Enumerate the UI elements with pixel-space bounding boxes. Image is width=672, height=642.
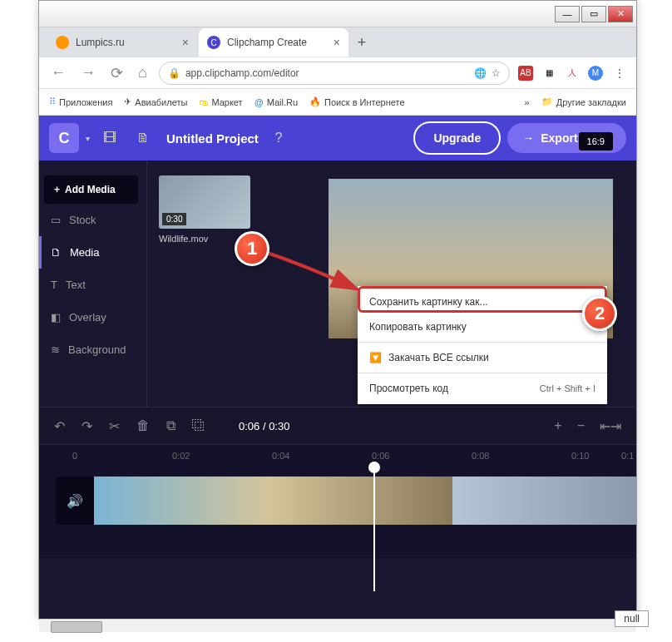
bookmark-avia[interactable]: ✈Авиабилеты [124, 96, 187, 107]
null-badge: null [615, 610, 649, 627]
tab-label: Clipchamp Create [227, 37, 307, 48]
zoom-in-button[interactable]: + [554, 418, 561, 434]
timeline-tracks[interactable]: 🔊 [39, 467, 636, 558]
context-menu: Сохранить картинку как... Копировать кар… [358, 286, 607, 404]
minimize-button[interactable]: — [555, 6, 580, 22]
separator [358, 373, 607, 373]
text-icon: T [51, 279, 57, 291]
close-window-button[interactable]: ✕ [608, 6, 633, 22]
upgrade-button[interactable]: Upgrade [413, 121, 501, 155]
lock-icon: 🔒 [168, 67, 180, 79]
download-icon: 🔽 [369, 352, 382, 363]
sidebar-text[interactable]: TText [44, 269, 138, 301]
window-titlebar: — ▭ ✕ [39, 1, 636, 27]
forward-button[interactable]: → [77, 61, 99, 85]
tab-clipchamp[interactable]: C Clipchamp Create × [199, 28, 348, 57]
time-display: 0:06 / 0:30 [239, 420, 289, 432]
ctx-copy-image[interactable]: Копировать картинку [358, 314, 607, 339]
url-text: app.clipchamp.com/editor [185, 67, 299, 79]
favicon-icon: C [207, 36, 220, 49]
ctx-download-all[interactable]: 🔽Закачать ВСЕ ссылки [358, 345, 607, 370]
media-icon: 🗋 [51, 246, 62, 259]
app-logo[interactable]: C [49, 123, 79, 153]
copy-button[interactable]: ⧉ [166, 418, 175, 433]
help-icon[interactable]: ? [265, 125, 292, 151]
undo-button[interactable]: ↶ [54, 418, 65, 434]
bookmark-mailru[interactable]: @Mail.Ru [254, 97, 298, 107]
horizontal-scrollbar[interactable] [39, 619, 636, 632]
project-title[interactable]: Untitled Project [166, 131, 259, 146]
file-icon[interactable]: 🗎 [130, 125, 156, 151]
video-clip[interactable]: 🔊 [56, 477, 636, 525]
back-button[interactable]: ← [47, 61, 69, 85]
new-tab-button[interactable]: + [350, 31, 373, 54]
sidebar: + Add Media ▭Stock 🗋Media TText ◧Overlay… [39, 160, 147, 407]
address-bar[interactable]: 🔒 app.clipchamp.com/editor 🌐 ☆ [159, 62, 510, 85]
tab-label: Lumpics.ru [76, 37, 125, 48]
extension-icon[interactable]: ▦ [541, 66, 556, 81]
ctx-save-image[interactable]: Сохранить картинку как... [358, 289, 607, 314]
profile-avatar[interactable]: M [588, 66, 603, 81]
media-panel: 0:30 Wildlife.mov [147, 160, 262, 407]
home-button[interactable]: ⌂ [135, 61, 151, 85]
video-icon[interactable]: 🎞 [96, 125, 123, 151]
bookmarks-bar: ⠿Приложения ✈Авиабилеты 🛍Маркет @Mail.Ru… [39, 89, 636, 116]
split-button[interactable]: ✂ [109, 418, 120, 434]
aspect-ratio-badge[interactable]: 16:9 [579, 132, 613, 151]
maximize-button[interactable]: ▭ [581, 6, 606, 22]
adblock-icon[interactable]: AB [518, 66, 533, 81]
sidebar-stock[interactable]: ▭Stock [44, 204, 138, 236]
sidebar-overlay[interactable]: ◧Overlay [44, 301, 138, 333]
add-media-button[interactable]: + Add Media [44, 175, 138, 204]
overlay-icon: ◧ [51, 311, 61, 323]
stock-icon: ▭ [51, 214, 61, 226]
star-icon[interactable]: ☆ [492, 67, 501, 79]
tab-close-icon[interactable]: × [182, 36, 189, 49]
reload-button[interactable]: ⟳ [107, 61, 126, 86]
ctx-inspect[interactable]: Просмотреть код Ctrl + Shift + I [358, 376, 607, 401]
redo-button[interactable]: ↷ [82, 418, 92, 434]
bookmark-search[interactable]: 🔥Поиск в Интернете [309, 96, 404, 107]
timeline-toolbar: ↶ ↷ ✂ 🗑 ⧉ ⿻ 0:06 / 0:30 + − ⇤⇥ [39, 407, 636, 445]
sidebar-media[interactable]: 🗋Media [39, 236, 138, 269]
playhead[interactable] [373, 467, 375, 591]
browser-tabbar: Lumpics.ru × C Clipchamp Create × + [39, 27, 636, 57]
pdf-icon[interactable]: 人 [565, 66, 580, 81]
apps-bookmark[interactable]: ⠿Приложения [49, 96, 112, 107]
delete-button[interactable]: 🗑 [136, 418, 150, 433]
app-header: C ▾ 🎞 🗎 Untitled Project ? Upgrade → Exp… [39, 116, 636, 160]
bookmark-market[interactable]: 🛍Маркет [199, 97, 242, 107]
translate-icon[interactable]: 🌐 [474, 67, 487, 79]
thumbnail-duration: 0:30 [162, 213, 186, 225]
sidebar-background[interactable]: ≋Background [44, 333, 138, 366]
menu-icon[interactable]: ⋮ [611, 67, 628, 80]
zoom-out-button[interactable]: − [577, 418, 585, 434]
plus-icon: + [54, 184, 60, 195]
fit-button[interactable]: ⇤⇥ [600, 418, 621, 434]
background-icon: ≋ [51, 343, 60, 356]
timeline-ruler[interactable]: 0 0:02 0:04 0:06 0:08 0:10 0:1 [39, 445, 636, 467]
audio-toggle[interactable]: 🔊 [56, 477, 94, 525]
media-thumbnail[interactable]: 0:30 [159, 175, 250, 229]
annotation-marker-2: 2 [582, 296, 617, 331]
arrow-right-icon: → [522, 131, 534, 145]
favicon-icon [56, 36, 69, 49]
tab-lumpics[interactable]: Lumpics.ru × [47, 28, 197, 57]
separator [358, 342, 607, 343]
browser-toolbar: ← → ⟳ ⌂ 🔒 app.clipchamp.com/editor 🌐 ☆ A… [39, 57, 636, 89]
annotation-marker-1: 1 [235, 231, 269, 266]
tab-close-icon[interactable]: × [334, 36, 340, 49]
other-bookmarks[interactable]: 📁Другие закладки [541, 96, 626, 107]
duplicate-button[interactable]: ⿻ [192, 418, 205, 433]
